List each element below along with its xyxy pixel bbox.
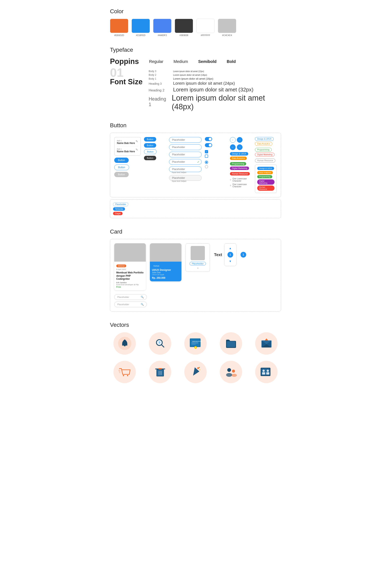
bell-icon-bg — [113, 332, 136, 355]
search-question-icon-bg: ? — [149, 332, 171, 355]
card-author: Erik Sandino — [116, 282, 144, 284]
input-placeholder-3[interactable] — [169, 152, 201, 157]
input-placeholder-4[interactable] — [169, 159, 201, 165]
checkbox-unchecked[interactable] — [205, 155, 208, 158]
party-vector — [181, 361, 210, 383]
edit-icon[interactable]: ✎ — [136, 148, 138, 151]
search-input-2[interactable]: Placeholder 🔍 — [114, 302, 147, 307]
button-section-row2: Placeholder Tertunda Gagal — [110, 199, 281, 218]
radio-selected[interactable] — [205, 161, 208, 164]
tag-outline-analytics[interactable]: Data Analytics — [255, 142, 272, 146]
inner-tags-row-2: Programming Digital Marketing — [257, 175, 275, 185]
chip-placeholder[interactable]: Placeholder — [113, 202, 128, 206]
inner-tag-analytics[interactable]: Data Analytics — [257, 171, 273, 174]
mail-icon-bg — [255, 332, 278, 355]
btn-small-outline[interactable]: Button — [144, 149, 157, 154]
input-placeholder-1[interactable] — [169, 137, 201, 143]
tag-design[interactable]: Design & UI/UX — [230, 152, 248, 156]
tag-analytics[interactable]: Data Analytics — [230, 157, 247, 160]
color-swatches: #EE6D2D #218FED #4A83F2 #383838 #FFFFFF … — [110, 19, 281, 36]
svg-point-46 — [267, 370, 269, 372]
arrow-left-btn[interactable]: ← — [230, 137, 236, 143]
color-title: Color — [110, 8, 281, 15]
input-placeholder-2[interactable] — [169, 144, 201, 150]
course-card[interactable]: Kursus UI/UX Designer John Doe UI/UX at … — [150, 243, 182, 281]
toggle-on — [205, 137, 227, 141]
swatch-blue: #218FED — [132, 19, 150, 36]
swatch-white: #FFFFFF — [196, 19, 215, 36]
svg-rect-29 — [158, 368, 162, 370]
bell-icon — [118, 337, 131, 350]
color-swatch — [218, 19, 236, 33]
chip-gagal[interactable]: Gagal — [113, 212, 123, 215]
tag-hr[interactable]: Human Resource — [230, 172, 250, 175]
pwd-item-1: One Lowercase Character — [230, 177, 252, 182]
tags-outline-col: Design & UI/UX Data Analytics Programmin… — [255, 137, 277, 193]
typeface-title: Typeface — [110, 47, 281, 53]
fs-example: Lorem ipsum dolor sit amet (12px) — [173, 70, 204, 73]
page-arrow-down[interactable]: ▼ — [229, 259, 232, 263]
color-swatch — [153, 19, 172, 33]
btn-small-primary2[interactable]: Button — [144, 143, 156, 148]
input-helper-wrap-1: Input text helper — [169, 166, 201, 173]
svg-point-39 — [226, 373, 232, 377]
chip-tertunda[interactable]: Tertunda — [113, 207, 125, 211]
webinar-card[interactable]: Webinar 9 April 2022 Membuat Web Portfol… — [114, 243, 146, 290]
svg-text:★: ★ — [195, 347, 196, 348]
tag-outline-hr[interactable]: Human Resource — [255, 159, 275, 163]
edit-icon[interactable]: ✎ — [136, 140, 138, 143]
card-grid: Webinar 9 April 2022 Membuat Web Portfol… — [110, 239, 281, 312]
page-dot-number[interactable]: 1 — [240, 252, 246, 257]
arrow-right-btn-filled2[interactable]: → — [237, 144, 243, 150]
page-number[interactable]: 1 — [227, 252, 233, 257]
fs-label: Heading 1 — [149, 96, 168, 107]
arrow-right-btn-filled[interactable]: → — [237, 137, 243, 143]
tags-outline-row-3: Human Resource — [255, 159, 277, 163]
card-section: Card Webinar 9 April 2022 Membuat Web Po… — [110, 228, 281, 312]
info-icon: ℹ — [197, 267, 198, 269]
trash-vector — [145, 361, 175, 383]
inner-tag-prog[interactable]: Programming — [257, 175, 272, 178]
svg-point-20 — [123, 375, 124, 376]
radio-group — [205, 161, 227, 168]
svg-point-21 — [127, 375, 128, 376]
swatch-label: #FFFFFF — [201, 34, 210, 36]
font-size-row-b2: Body 2 Lorem ipsum dolor sit amet (14px) — [149, 74, 281, 76]
pwd-label-1: One Lowercase Character — [232, 177, 252, 182]
page-arrow-up[interactable]: ▲ — [229, 247, 232, 250]
radio-unselected[interactable] — [205, 165, 208, 168]
inner-tag-design[interactable]: Design & UI/UX — [257, 167, 274, 170]
tags-filled-group: Design & UI/UX Data Analytics Programmin… — [230, 152, 252, 175]
swatch-gray: #C4C4C4 — [218, 19, 236, 36]
toggle-switch-on2[interactable] — [205, 143, 212, 147]
btn-small-dark[interactable]: Button — [144, 156, 156, 160]
video-call-vector — [252, 361, 281, 383]
tag-digital[interactable]: Digital Marketing — [230, 167, 249, 170]
inner-tag-hr[interactable]: Human Resource — [257, 185, 275, 191]
primary-button[interactable]: Button — [114, 158, 129, 163]
tag-outline-design[interactable]: Design & UI/UX — [255, 137, 274, 141]
checkbox-checked[interactable] — [205, 150, 208, 153]
card-date: 9 April 2022 — [116, 268, 144, 270]
search-input-1[interactable]: Placeholder 🔍 — [114, 294, 147, 300]
tag-outline-digital[interactable]: Digital Marketing — [255, 153, 275, 157]
swatch-label: #4A83F2 — [158, 34, 167, 36]
pwd-dot-2 — [230, 185, 231, 186]
arrow-row-1: ← → — [230, 137, 252, 143]
tag-programming[interactable]: Programming — [230, 162, 246, 166]
profile-role: UI/UX at Gojek — [152, 274, 179, 276]
arrow-left-btn-filled[interactable]: ← — [230, 144, 236, 150]
inner-tags-row-1: Design & UI/UX Data Analytics — [257, 167, 275, 174]
btn-small-primary[interactable]: Button — [144, 137, 156, 142]
pagination-card: ▲ 1 ▼ — [224, 243, 236, 266]
toggle-switch-on[interactable] — [205, 137, 212, 141]
weight-bold: Bold — [227, 59, 236, 64]
check-icon: ✓ — [197, 160, 199, 164]
svg-point-41 — [232, 374, 237, 377]
outline-button[interactable]: Button — [114, 165, 129, 170]
tag-outline-programming[interactable]: Programming — [255, 148, 272, 152]
image-placeholder-card: Placeholder ℹ — [186, 243, 210, 272]
list-item-text-2: Bab 1 Name Bab Here — [117, 148, 135, 153]
inner-tag-dm[interactable]: Digital Marketing — [257, 179, 275, 185]
gray-button[interactable]: Button — [114, 172, 129, 177]
